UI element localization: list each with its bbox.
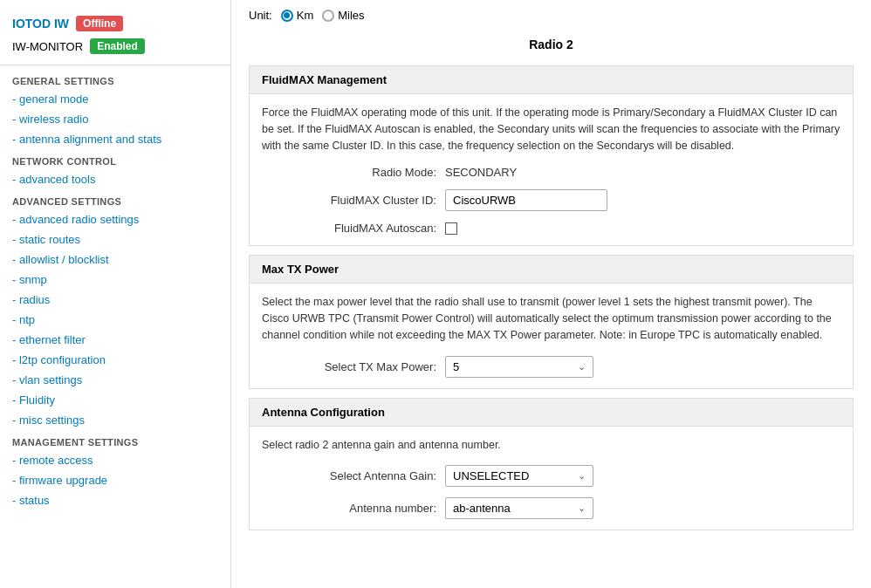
nav-allowlist[interactable]: - allowlist / blocklist <box>0 250 230 270</box>
fluidmax-autoscan-label: FluidMAX Autoscan: <box>262 222 436 235</box>
chevron-down-icon-2: ⌄ <box>578 470 586 482</box>
unit-row: Unit: Km Miles <box>249 0 854 29</box>
nav-remote-access[interactable]: - remote access <box>0 450 230 470</box>
antenna-gain-value: UNSELECTED <box>453 469 529 482</box>
tx-max-power-value: 5 <box>453 360 459 373</box>
antenna-gain-label: Select Antenna Gain: <box>262 469 436 482</box>
nav-advanced-radio[interactable]: - advanced radio settings <box>0 209 230 229</box>
app-name-iotod[interactable]: IOTOD IW <box>12 17 69 31</box>
radio2-title: Radio 2 <box>249 29 854 57</box>
offline-badge: Offline <box>76 16 123 31</box>
chevron-down-icon-3: ⌄ <box>578 503 586 514</box>
nav-general-mode[interactable]: - general mode <box>0 89 230 109</box>
nav-radius[interactable]: - radius <box>0 290 230 310</box>
unit-label: Unit: <box>249 9 272 22</box>
km-radio-button[interactable] <box>281 10 293 22</box>
antenna-number-value: ab-antenna <box>453 502 511 515</box>
miles-label: Miles <box>338 9 364 22</box>
radio-mode-value: SECONDARY <box>445 166 517 179</box>
sidebar: IOTOD IW Offline IW-MONITOR Enabled GENE… <box>0 0 231 588</box>
fluidmax-title-bar: FluidMAX Management <box>249 65 854 93</box>
antenna-gain-dropdown[interactable]: UNSELECTED ⌄ <box>445 465 593 487</box>
radio-mode-label: Radio Mode: <box>262 166 436 179</box>
fluidmax-autoscan-checkbox[interactable] <box>445 222 457 235</box>
antenna-title-bar: Antenna Configuration <box>249 398 854 426</box>
max-tx-body: Select the max power level that the radi… <box>249 283 854 388</box>
fluidmax-body: Force the FluidMAX operating mode of thi… <box>249 93 854 246</box>
antenna-number-dropdown[interactable]: ab-antenna ⌄ <box>445 497 593 519</box>
nav-ntp[interactable]: - ntp <box>0 310 230 330</box>
antenna-number-label: Antenna number: <box>262 502 436 515</box>
network-control-label: NETWORK CONTROL <box>0 149 230 169</box>
tx-max-power-label: Select TX Max Power: <box>262 360 436 373</box>
km-option[interactable]: Km <box>281 9 314 22</box>
nav-status[interactable]: - status <box>0 490 230 510</box>
antenna-gain-row: Select Antenna Gain: UNSELECTED ⌄ <box>262 465 840 487</box>
nav-antenna-alignment[interactable]: - antenna alignment and stats <box>0 129 230 149</box>
max-tx-description: Select the max power level that the radi… <box>262 294 840 343</box>
fluidmax-description: Force the FluidMAX operating mode of thi… <box>262 105 840 154</box>
fluidmax-cluster-input[interactable] <box>445 189 607 211</box>
max-tx-section: Max TX Power Select the max power level … <box>249 255 854 388</box>
app-name-iw-monitor[interactable]: IW-MONITOR <box>12 40 83 53</box>
antenna-description: Select radio 2 antenna gain and antenna … <box>262 437 840 454</box>
max-tx-title-bar: Max TX Power <box>249 255 854 283</box>
main-content: Unit: Km Miles Radio 2 FluidMAX Manageme… <box>231 0 871 588</box>
management-settings-label: MANAGEMENT SETTINGS <box>0 430 230 450</box>
antenna-section: Antenna Configuration Select radio 2 ant… <box>249 398 854 531</box>
nav-advanced-tools[interactable]: - advanced tools <box>0 169 230 189</box>
general-settings-label: GENERAL SETTINGS <box>0 69 230 89</box>
miles-radio-button[interactable] <box>322 10 334 22</box>
nav-ethernet-filter[interactable]: - ethernet filter <box>0 330 230 350</box>
km-label: Km <box>297 9 314 22</box>
nav-misc[interactable]: - misc settings <box>0 410 230 430</box>
nav-fluidity[interactable]: - Fluidity <box>0 390 230 410</box>
nav-static-routes[interactable]: - static routes <box>0 229 230 250</box>
nav-firmware-upgrade[interactable]: - firmware upgrade <box>0 470 230 490</box>
nav-vlan[interactable]: - vlan settings <box>0 370 230 390</box>
nav-l2tp[interactable]: - l2tp configuration <box>0 350 230 370</box>
chevron-down-icon: ⌄ <box>578 361 586 373</box>
fluidmax-autoscan-row: FluidMAX Autoscan: <box>262 222 840 235</box>
nav-snmp[interactable]: - snmp <box>0 270 230 290</box>
sidebar-header-row2: IW-MONITOR Enabled <box>0 37 230 61</box>
miles-option[interactable]: Miles <box>322 9 364 22</box>
fluidmax-cluster-row: FluidMAX Cluster ID: <box>262 189 840 211</box>
enabled-badge: Enabled <box>90 38 145 54</box>
tx-max-power-row: Select TX Max Power: 5 ⌄ <box>262 356 840 378</box>
nav-wireless-radio[interactable]: - wireless radio <box>0 109 230 129</box>
advanced-settings-label: ADVANCED SETTINGS <box>0 189 230 209</box>
sidebar-header-row1: IOTOD IW Offline <box>0 9 230 37</box>
tx-max-power-dropdown[interactable]: 5 ⌄ <box>445 356 593 378</box>
radio-mode-row: Radio Mode: SECONDARY <box>262 166 840 179</box>
antenna-number-row: Antenna number: ab-antenna ⌄ <box>262 497 840 519</box>
fluidmax-cluster-label: FluidMAX Cluster ID: <box>262 194 436 207</box>
fluidmax-section: FluidMAX Management Force the FluidMAX o… <box>249 65 854 246</box>
antenna-body: Select radio 2 antenna gain and antenna … <box>249 426 854 531</box>
